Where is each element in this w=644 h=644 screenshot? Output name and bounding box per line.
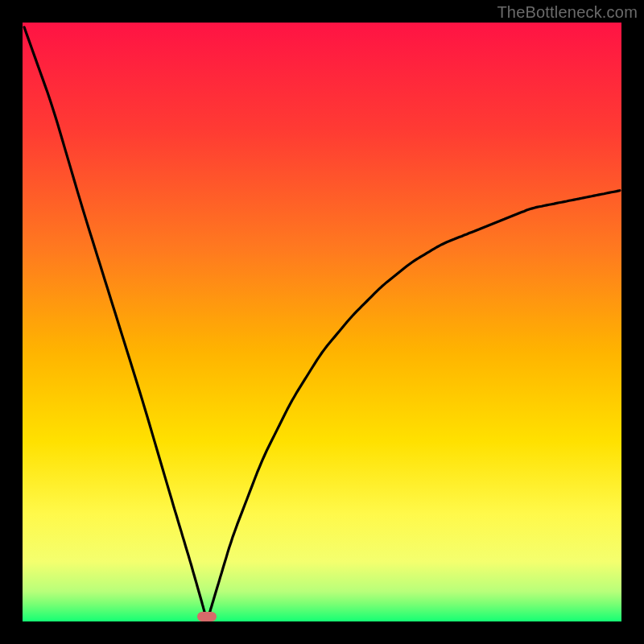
plot-area: [23, 23, 621, 621]
chart-frame: TheBottleneck.com: [0, 0, 644, 644]
watermark-text: TheBottleneck.com: [497, 3, 638, 22]
bottleneck-curve: [23, 23, 621, 621]
optimum-marker: [197, 612, 217, 621]
